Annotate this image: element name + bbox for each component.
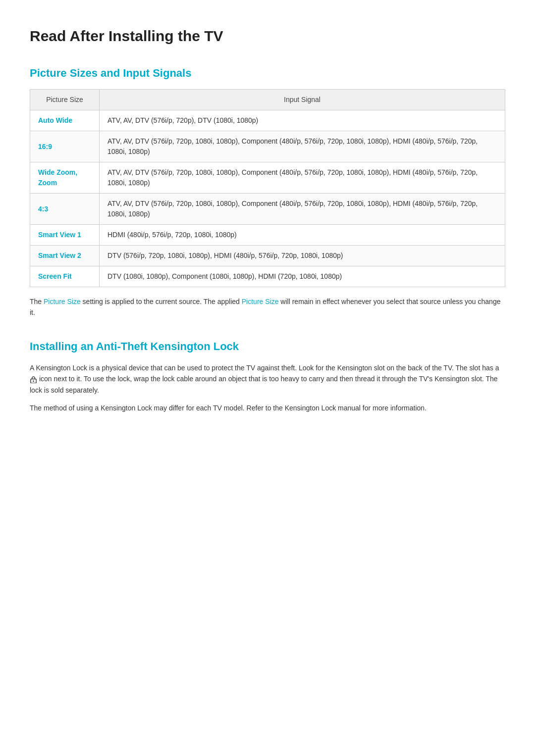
kensington-paragraph1: A Kensington Lock is a physical device t… bbox=[30, 362, 505, 396]
signal-auto-wide: ATV, AV, DTV (576i/p, 720p), DTV (1080i,… bbox=[100, 110, 505, 131]
kensington-paragraph2: The method of using a Kensington Lock ma… bbox=[30, 403, 505, 413]
signal-smart-view-1: HDMI (480i/p, 576i/p, 720p, 1080i, 1080p… bbox=[100, 225, 505, 246]
signal-wide-zoom: ATV, AV, DTV (576i/p, 720p, 1080i, 1080p… bbox=[100, 162, 505, 194]
table-row: Screen Fit DTV (1080i, 1080p), Component… bbox=[30, 266, 505, 287]
size-16-9: 16:9 bbox=[30, 131, 100, 162]
size-screen-fit: Screen Fit bbox=[30, 266, 100, 287]
table-row: 4:3 ATV, AV, DTV (576i/p, 720p, 1080i, 1… bbox=[30, 194, 505, 225]
signal-smart-view-2: DTV (576i/p, 720p, 1080i, 1080p), HDMI (… bbox=[100, 246, 505, 266]
table-row: 16:9 ATV, AV, DTV (576i/p, 720p, 1080i, … bbox=[30, 131, 505, 162]
signal-16-9: ATV, AV, DTV (576i/p, 720p, 1080i, 1080p… bbox=[100, 131, 505, 162]
signal-screen-fit: DTV (1080i, 1080p), Component (1080i, 10… bbox=[100, 266, 505, 287]
table-body: Auto Wide ATV, AV, DTV (576i/p, 720p), D… bbox=[30, 110, 505, 287]
table-row: Wide Zoom,Zoom ATV, AV, DTV (576i/p, 720… bbox=[30, 162, 505, 194]
table-header: Picture Size Input Signal bbox=[30, 90, 505, 110]
page-title: Read After Installing the TV bbox=[30, 20, 505, 47]
size-smart-view-1: Smart View 1 bbox=[30, 225, 100, 246]
section2-title: Installing an Anti-Theft Kensington Lock bbox=[30, 338, 505, 354]
size-wide-zoom: Wide Zoom,Zoom bbox=[30, 162, 100, 194]
size-smart-view-2: Smart View 2 bbox=[30, 246, 100, 266]
size-4-3: 4:3 bbox=[30, 194, 100, 225]
highlight-picture-size-2: Picture Size bbox=[242, 298, 279, 305]
kensington-section: Installing an Anti-Theft Kensington Lock… bbox=[30, 338, 505, 414]
signal-4-3: ATV, AV, DTV (576i/p, 720p, 1080i, 1080p… bbox=[100, 194, 505, 225]
col-header-signal: Input Signal bbox=[100, 90, 505, 110]
table-row: Smart View 1 HDMI (480i/p, 576i/p, 720p,… bbox=[30, 225, 505, 246]
section1-note: The Picture Size setting is applied to t… bbox=[30, 296, 505, 318]
section1-title: Picture Sizes and Input Signals bbox=[30, 65, 505, 81]
highlight-picture-size-1: Picture Size bbox=[44, 298, 81, 305]
picture-signal-table: Picture Size Input Signal Auto Wide ATV,… bbox=[30, 89, 505, 287]
svg-point-1 bbox=[33, 380, 34, 382]
table-row: Auto Wide ATV, AV, DTV (576i/p, 720p), D… bbox=[30, 110, 505, 131]
col-header-size: Picture Size bbox=[30, 90, 100, 110]
picture-sizes-section: Picture Sizes and Input Signals Picture … bbox=[30, 65, 505, 318]
size-auto-wide: Auto Wide bbox=[30, 110, 100, 131]
lock-icon bbox=[30, 375, 37, 383]
table-row: Smart View 2 DTV (576i/p, 720p, 1080i, 1… bbox=[30, 246, 505, 266]
